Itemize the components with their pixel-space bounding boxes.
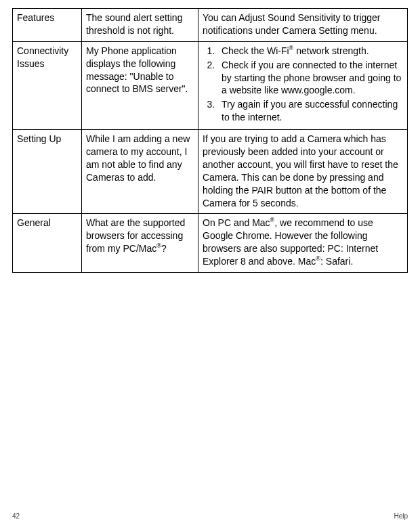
page-number: 42: [12, 512, 20, 520]
section-label: Help: [394, 512, 408, 520]
category-cell: Connectivity Issues: [13, 41, 82, 129]
category-cell: General: [13, 214, 82, 273]
problem-cell: My Phone application displays the follow…: [82, 41, 198, 129]
solution-cell: You can Adjust Sound Sensitivity to trig…: [198, 9, 408, 42]
troubleshooting-table: Features The sound alert setting thresho…: [12, 8, 408, 273]
table-row: General What are the supported browsers …: [13, 214, 408, 273]
problem-cell: While I am adding a new camera to my acc…: [82, 130, 198, 214]
solution-step: Try again if you are successful connecti…: [217, 98, 403, 124]
page-footer: 42 Help: [12, 512, 408, 520]
solution-step: Check if you are connected to the intern…: [217, 59, 403, 97]
solution-step: Check the Wi-Fi® network strength.: [217, 45, 403, 58]
table-row: Features The sound alert setting thresho…: [13, 9, 408, 42]
page: Features The sound alert setting thresho…: [0, 0, 420, 532]
category-cell: Setting Up: [13, 130, 82, 214]
problem-cell: What are the supported browsers for acce…: [82, 214, 198, 273]
table-row: Connectivity Issues My Phone application…: [13, 41, 408, 129]
table-row: Setting Up While I am adding a new camer…: [13, 130, 408, 214]
category-cell: Features: [13, 9, 82, 42]
solution-cell: On PC and Mac®, we recommend to use Goog…: [198, 214, 408, 273]
solution-cell: If you are trying to add a Camera which …: [198, 130, 408, 214]
solution-cell: Check the Wi-Fi® network strength. Check…: [198, 41, 408, 129]
solution-steps: Check the Wi-Fi® network strength. Check…: [203, 45, 403, 124]
problem-cell: The sound alert setting threshold is not…: [82, 9, 198, 42]
